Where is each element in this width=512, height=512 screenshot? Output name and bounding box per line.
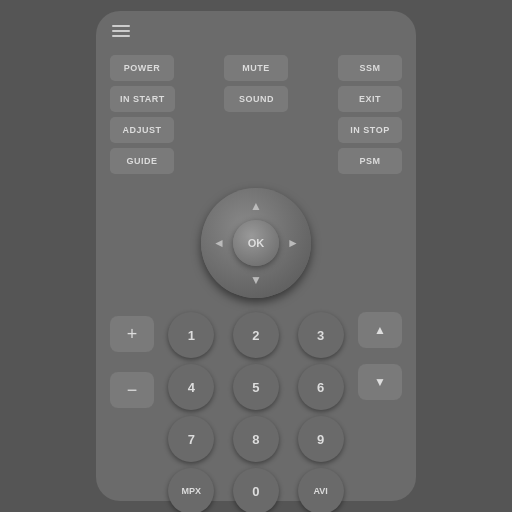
- in-start-button[interactable]: IN START: [110, 86, 175, 112]
- menu-icon[interactable]: [112, 25, 130, 37]
- power-button[interactable]: POWER: [110, 55, 174, 81]
- ok-button[interactable]: OK: [233, 220, 279, 266]
- sound-button[interactable]: SOUND: [224, 86, 288, 112]
- num-2-button[interactable]: 2: [233, 312, 279, 358]
- dpad-down[interactable]: ▼: [244, 268, 268, 292]
- num-3-button[interactable]: 3: [298, 312, 344, 358]
- top-buttons-section: POWER MUTE SSM IN START SOUND EXIT ADJUS…: [110, 55, 402, 174]
- channel-down-button[interactable]: ▼: [358, 364, 402, 400]
- guide-button[interactable]: GUIDE: [110, 148, 174, 174]
- dpad-area: ▲ ▼ ◄ ► OK: [110, 188, 402, 298]
- num-0-button[interactable]: 0: [233, 468, 279, 512]
- dpad-right[interactable]: ►: [281, 231, 305, 255]
- num-6-button[interactable]: 6: [298, 364, 344, 410]
- num-1-button[interactable]: 1: [168, 312, 214, 358]
- empty-placeholder-1: [224, 117, 288, 143]
- dpad: ▲ ▼ ◄ ► OK: [201, 188, 311, 298]
- psm-button[interactable]: PSM: [338, 148, 402, 174]
- mute-button[interactable]: MUTE: [224, 55, 288, 81]
- num-5-button[interactable]: 5: [233, 364, 279, 410]
- channel-up-button[interactable]: ▲: [358, 312, 402, 348]
- avi-button[interactable]: AVI: [298, 468, 344, 512]
- exit-button[interactable]: EXIT: [338, 86, 402, 112]
- num-8-button[interactable]: 8: [233, 416, 279, 462]
- volume-column: + −: [110, 312, 154, 408]
- num-4-button[interactable]: 4: [168, 364, 214, 410]
- adjust-button[interactable]: ADJUST: [110, 117, 174, 143]
- volume-down-button[interactable]: −: [110, 372, 154, 408]
- dpad-left[interactable]: ◄: [207, 231, 231, 255]
- volume-up-button[interactable]: +: [110, 316, 154, 352]
- ssm-button[interactable]: SSM: [338, 55, 402, 81]
- empty-placeholder-2: [224, 148, 288, 174]
- dpad-up[interactable]: ▲: [244, 194, 268, 218]
- in-stop-button[interactable]: IN STOP: [338, 117, 402, 143]
- channel-column: ▲ ▼: [358, 312, 402, 400]
- button-row-2: IN START SOUND EXIT: [110, 86, 402, 112]
- num-7-button[interactable]: 7: [168, 416, 214, 462]
- button-row-1: POWER MUTE SSM: [110, 55, 402, 81]
- num-9-button[interactable]: 9: [298, 416, 344, 462]
- remote-control: POWER MUTE SSM IN START SOUND EXIT ADJUS…: [96, 11, 416, 501]
- numpad: 1 2 3 4 5 6 7 8 9 MPX 0 AVI: [162, 312, 350, 512]
- bottom-section: + − 1 2 3 4 5 6 7 8 9 MPX 0 AVI ▲ ▼: [110, 312, 402, 512]
- button-row-4: GUIDE PSM: [110, 148, 402, 174]
- button-row-3: ADJUST IN STOP: [110, 117, 402, 143]
- mpx-button[interactable]: MPX: [168, 468, 214, 512]
